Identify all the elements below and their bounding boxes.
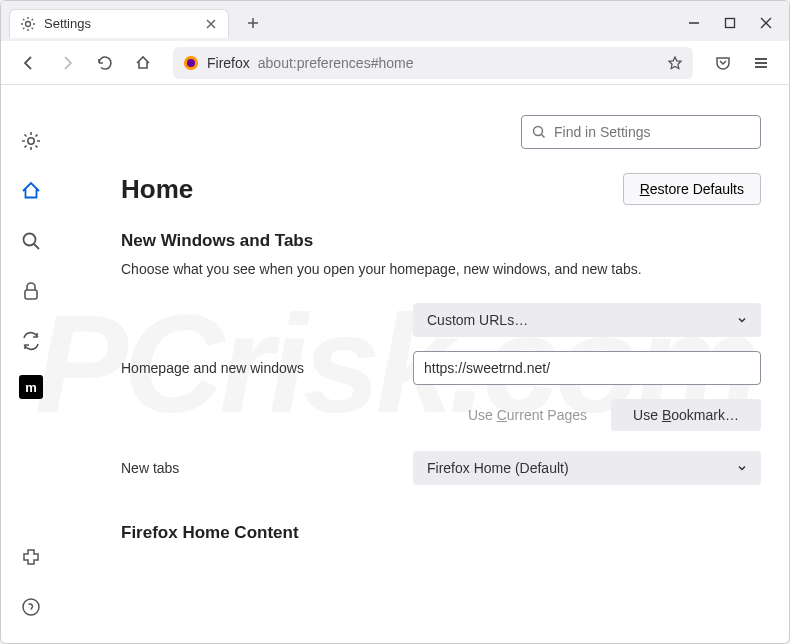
minimize-button[interactable] <box>687 16 701 30</box>
firefox-logo-icon <box>183 55 199 71</box>
svg-point-4 <box>28 138 34 144</box>
chevron-down-icon <box>737 315 747 325</box>
settings-sidebar: m <box>1 85 61 643</box>
maximize-button[interactable] <box>723 16 737 30</box>
browser-window: Settings <box>0 0 790 644</box>
settings-main: Home RRestore Defaultsestore Defaults Ne… <box>61 85 789 643</box>
homepage-mode-dropdown[interactable]: Custom URLs… <box>413 303 761 337</box>
svg-rect-1 <box>726 19 735 28</box>
newtabs-dropdown[interactable]: Firefox Home (Default) <box>413 451 761 485</box>
restore-defaults-button[interactable]: RRestore Defaultsestore Defaults <box>623 173 761 205</box>
sidebar-item-help[interactable] <box>15 591 47 623</box>
forward-button[interactable] <box>51 47 83 79</box>
back-button[interactable] <box>13 47 45 79</box>
section-firefox-home-title: Firefox Home Content <box>121 523 761 543</box>
dropdown-label: Custom URLs… <box>427 312 528 328</box>
close-window-button[interactable] <box>759 16 773 30</box>
settings-search[interactable] <box>521 115 761 149</box>
section-new-windows-title: New Windows and Tabs <box>121 231 761 251</box>
sidebar-item-extensions[interactable] <box>15 541 47 573</box>
sidebar-item-sync[interactable] <box>15 325 47 357</box>
tab-title: Settings <box>44 16 196 31</box>
svg-point-0 <box>26 21 31 26</box>
homepage-url-input[interactable] <box>413 351 761 385</box>
svg-point-3 <box>187 59 195 67</box>
chevron-down-icon <box>737 463 747 473</box>
url-path: about:preferences#home <box>258 55 414 71</box>
svg-rect-6 <box>25 290 37 299</box>
settings-search-input[interactable] <box>554 124 750 140</box>
url-firefox-label: Firefox <box>207 55 250 71</box>
use-bookmark-button[interactable]: Use Bookmark…Use Bookmark… <box>611 399 761 431</box>
page-title: Home <box>121 174 193 205</box>
pocket-button[interactable] <box>707 47 739 79</box>
homepage-label: Homepage and new windows <box>121 360 401 376</box>
tab-bar: Settings <box>1 1 789 41</box>
sidebar-item-general[interactable] <box>15 125 47 157</box>
svg-point-8 <box>534 127 543 136</box>
sidebar-item-privacy[interactable] <box>15 275 47 307</box>
menu-button[interactable] <box>745 47 777 79</box>
section-new-windows-desc: Choose what you see when you open your h… <box>121 261 761 277</box>
svg-point-5 <box>24 234 36 246</box>
newtabs-label: New tabs <box>121 460 401 476</box>
bookmark-star-icon[interactable] <box>667 55 683 71</box>
window-controls <box>687 16 781 30</box>
url-bar[interactable]: Firefox about:preferences#home <box>173 47 693 79</box>
browser-tab[interactable]: Settings <box>9 9 229 38</box>
sidebar-item-mozilla[interactable]: m <box>19 375 43 399</box>
toolbar: Firefox about:preferences#home <box>1 41 789 85</box>
new-tab-button[interactable] <box>239 9 267 37</box>
sidebar-item-search[interactable] <box>15 225 47 257</box>
use-current-pages-button[interactable]: Use Current PagesUse Current Pages <box>454 399 601 431</box>
close-icon[interactable] <box>204 17 218 31</box>
content-area: PCrisk.com m <box>1 85 789 643</box>
sidebar-item-home[interactable] <box>15 175 47 207</box>
dropdown-label: Firefox Home (Default) <box>427 460 569 476</box>
reload-button[interactable] <box>89 47 121 79</box>
home-button[interactable] <box>127 47 159 79</box>
gear-icon <box>20 16 36 32</box>
